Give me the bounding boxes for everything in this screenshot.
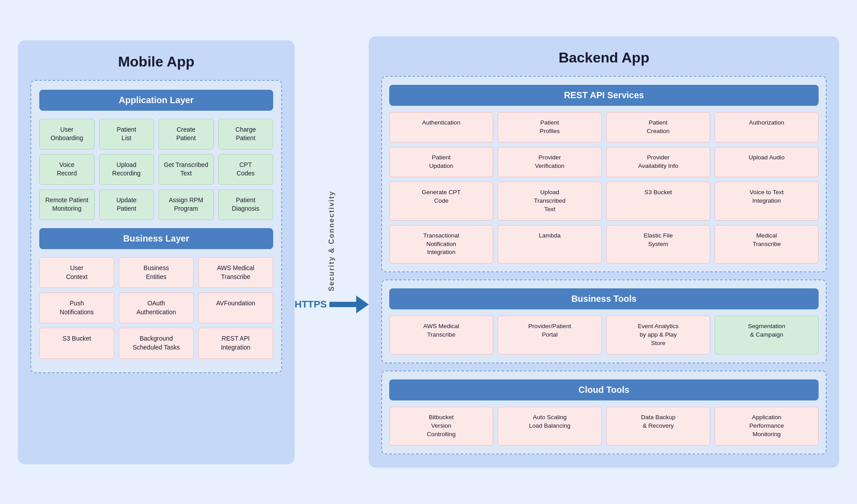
bt-box-aws-medical: AWS MedicalTranscribe bbox=[389, 316, 493, 354]
api-box-s3-bucket: S3 Bucket bbox=[606, 182, 710, 221]
biz-box-oauth: OAuthAuthentication bbox=[119, 292, 194, 323]
api-box-generate-cpt: Generate CPTCode bbox=[389, 182, 493, 221]
biz-box-aws-medical: AWS MedicalTranscribe bbox=[198, 257, 273, 288]
api-box-transactional: TransactionalNotificationIntegration bbox=[389, 225, 493, 264]
ct-box-data-backup: Data Backup& Recovery bbox=[606, 407, 710, 446]
cloud-tools-section: Cloud Tools BitbucketVersionControlling … bbox=[381, 371, 827, 454]
ct-box-bitbucket: BitbucketVersionControlling bbox=[389, 407, 493, 446]
biz-box-push-notifications: PushNotifications bbox=[39, 292, 114, 323]
rest-api-section: REST API Services Authentication Patient… bbox=[381, 76, 827, 272]
api-box-authorization: Authorization bbox=[715, 112, 819, 142]
biz-box-rest-api: REST APIIntegration bbox=[198, 328, 273, 358]
app-box-voice-record: VoiceRecord bbox=[39, 154, 95, 185]
business-tools-grid: AWS MedicalTranscribe Provider/PatientPo… bbox=[389, 316, 819, 354]
mobile-app-panel: Mobile App Application Layer UserOnboard… bbox=[18, 40, 295, 464]
api-box-lambda: Lambda bbox=[498, 225, 602, 264]
application-layer-grid: UserOnboarding PatientList CreatePatient… bbox=[39, 119, 273, 221]
https-label: HTTPS bbox=[295, 299, 327, 310]
bt-box-segmentation: Segmentation& Campaign bbox=[715, 316, 819, 354]
ct-box-auto-scaling: Auto ScalingLoad Balancing bbox=[498, 407, 602, 446]
business-layer: Business Layer UserContext BusinessEntit… bbox=[39, 228, 273, 359]
api-box-patient-updation: PatientUpdation bbox=[389, 147, 493, 177]
app-box-upload-recording: UploadRecording bbox=[99, 154, 154, 185]
business-layer-grid: UserContext BusinessEntities AWS Medical… bbox=[39, 257, 273, 359]
app-box-user-onboarding: UserOnboarding bbox=[39, 119, 95, 150]
app-box-remote-patient: Remote PatientMonitoring bbox=[39, 189, 95, 220]
business-tools-section: Business Tools AWS MedicalTranscribe Pro… bbox=[381, 279, 827, 363]
app-box-cpt-codes: CPTCodes bbox=[218, 154, 274, 185]
app-box-create-patient: CreatePatient bbox=[158, 119, 214, 150]
cloud-tools-grid: BitbucketVersionControlling Auto Scaling… bbox=[389, 407, 819, 446]
rest-api-header: REST API Services bbox=[389, 85, 819, 106]
arrow-body bbox=[329, 302, 356, 307]
biz-box-background-tasks: BackgroundScheduled Tasks bbox=[119, 328, 194, 358]
application-layer-header: Application Layer bbox=[39, 90, 273, 111]
biz-box-s3-bucket: S3 Bucket bbox=[39, 328, 114, 358]
api-box-upload-audio: Upload Audio bbox=[715, 147, 819, 177]
api-box-provider-availability: ProviderAvailability Info bbox=[606, 147, 710, 177]
api-box-elastic-file: Elastic FileSystem bbox=[606, 225, 710, 264]
arrow-head bbox=[356, 296, 369, 313]
app-box-patient-list: PatientList bbox=[99, 119, 154, 150]
rest-api-grid: Authentication PatientProfiles PatientCr… bbox=[389, 112, 819, 263]
cloud-tools-header: Cloud Tools bbox=[389, 379, 819, 400]
api-box-upload-transcribed: UploadTranscribedText bbox=[498, 182, 602, 221]
https-arrow: HTTPS bbox=[295, 296, 369, 313]
security-label: Security & Connectivity bbox=[328, 191, 336, 292]
biz-box-business-entities: BusinessEntities bbox=[119, 257, 194, 288]
api-box-voice-to-text: Voice to TextIntegration bbox=[715, 182, 819, 221]
api-box-medical-transcribe: MedicalTranscribe bbox=[715, 225, 819, 264]
api-box-provider-verification: ProviderVerification bbox=[498, 147, 602, 177]
bt-box-event-analytics: Event Analyticsby app & PlayStore bbox=[606, 316, 710, 354]
ct-box-app-performance: ApplicationPerformanceMonitoring bbox=[715, 407, 819, 446]
biz-box-user-context: UserContext bbox=[39, 257, 114, 288]
bt-box-provider-portal: Provider/PatientPortal bbox=[498, 316, 602, 354]
app-box-get-transcribed: Get TranscribedText bbox=[158, 154, 214, 185]
app-box-update-patient: UpdatePatient bbox=[99, 189, 154, 220]
api-box-authentication: Authentication bbox=[389, 112, 493, 142]
mobile-app-title: Mobile App bbox=[30, 54, 282, 70]
biz-box-avfoundation: AVFoundation bbox=[198, 292, 273, 323]
app-box-patient-diagnosis: PatientDiagnosis bbox=[218, 189, 274, 220]
business-tools-header: Business Tools bbox=[389, 288, 819, 309]
backend-app-panel: Backend App REST API Services Authentica… bbox=[369, 36, 839, 467]
arrow-section: Security & Connectivity HTTPS bbox=[295, 191, 369, 314]
api-box-patient-creation: PatientCreation bbox=[606, 112, 710, 142]
business-layer-header: Business Layer bbox=[39, 228, 273, 249]
app-box-charge-patient: ChargePatient bbox=[218, 119, 274, 150]
backend-app-title: Backend App bbox=[381, 50, 827, 66]
app-box-assign-rpm: Assign RPMProgram bbox=[158, 189, 214, 220]
mobile-app-inner: Application Layer UserOnboarding Patient… bbox=[30, 80, 282, 373]
api-box-patient-profiles: PatientProfiles bbox=[498, 112, 602, 142]
diagram-container: Mobile App Application Layer UserOnboard… bbox=[18, 36, 839, 467]
